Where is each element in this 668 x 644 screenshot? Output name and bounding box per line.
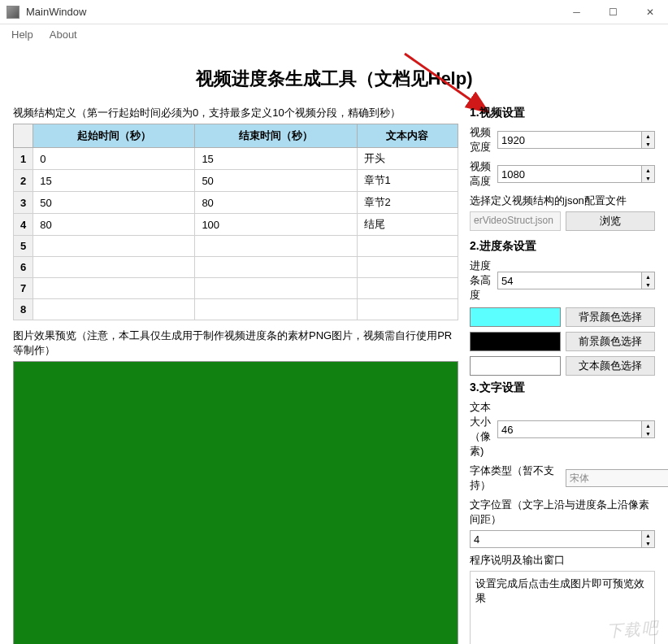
text-size-label: 文本大小（像素) (470, 400, 492, 459)
cell-start[interactable] (33, 257, 195, 278)
row-number: 2 (14, 170, 33, 192)
spin-up-icon: ▲ (642, 132, 654, 140)
cell-start[interactable]: 15 (33, 170, 195, 192)
spin-up-icon: ▲ (642, 421, 654, 429)
video-width-label: 视频宽度 (470, 125, 492, 154)
spin-down-icon: ▼ (642, 429, 654, 437)
cell-text[interactable]: 章节1 (357, 170, 458, 192)
cell-end[interactable] (195, 299, 357, 320)
json-file-label: 选择定义视频结构的json配置文件 (470, 194, 655, 208)
video-height-input[interactable]: ▲▼ (497, 165, 655, 183)
minimize-button[interactable]: ─ (558, 0, 595, 24)
cell-end[interactable]: 15 (195, 148, 357, 170)
cell-text[interactable]: 结尾 (357, 214, 458, 236)
header-start: 起始时间（秒） (33, 124, 195, 148)
spin-down-icon: ▼ (642, 174, 654, 182)
video-height-label: 视频高度 (470, 159, 492, 189)
row-number: 6 (14, 257, 33, 278)
row-number: 5 (14, 236, 33, 257)
row-number: 4 (14, 214, 33, 236)
close-button[interactable]: ✕ (631, 0, 668, 24)
cell-start[interactable]: 50 (33, 192, 195, 214)
text-color-swatch[interactable] (470, 356, 561, 376)
fg-color-swatch[interactable] (470, 332, 561, 351)
bar-height-label: 进度条高度 (470, 259, 492, 302)
cell-end[interactable]: 80 (195, 192, 357, 214)
table-description: 视频结构定义（第一行起始时间必须为0，支持最多定义10个视频分段，精确到秒） (13, 106, 458, 120)
browse-button[interactable]: 浏览 (566, 211, 655, 231)
table-row: 480100结尾 (14, 214, 458, 236)
cell-start[interactable] (33, 278, 195, 299)
table-row: 5 (14, 236, 458, 257)
font-type-select[interactable]: ▼ (566, 469, 655, 487)
window-title: MainWindow (26, 6, 558, 18)
cell-end[interactable]: 50 (195, 170, 357, 192)
text-position-input[interactable]: ▲▼ (470, 530, 655, 548)
text-color-button[interactable]: 文本颜色选择 (566, 356, 655, 376)
cell-text[interactable] (357, 236, 458, 257)
header-end: 结束时间（秒） (195, 124, 357, 148)
table-row: 35080章节2 (14, 192, 458, 214)
row-number: 7 (14, 278, 33, 299)
spin-down-icon: ▼ (642, 140, 654, 148)
page-title: 视频进度条生成工具（文档见Help) (13, 67, 655, 91)
table-row: 21550章节1 (14, 170, 458, 192)
cell-end[interactable] (195, 236, 357, 257)
section-2-title: 2.进度条设置 (470, 239, 655, 254)
video-width-input[interactable]: ▲▼ (497, 131, 655, 149)
text-size-input[interactable]: ▲▼ (497, 420, 655, 438)
bg-color-swatch[interactable] (470, 307, 561, 327)
menu-help[interactable]: Help (3, 27, 41, 42)
header-text: 文本内容 (357, 124, 458, 148)
preview-canvas (13, 361, 458, 644)
table-row: 1015开头 (14, 148, 458, 170)
spin-down-icon: ▼ (642, 539, 654, 547)
cell-text[interactable]: 章节2 (357, 192, 458, 214)
table-row: 7 (14, 278, 458, 299)
spin-up-icon: ▲ (642, 531, 654, 539)
cell-text[interactable] (357, 278, 458, 299)
cell-start[interactable]: 80 (33, 214, 195, 236)
watermark: 下载吧 (605, 617, 661, 643)
menubar: Help About (0, 24, 668, 44)
spin-up-icon: ▲ (642, 166, 654, 174)
cell-start[interactable] (33, 299, 195, 320)
titlebar: MainWindow ─ ☐ ✕ (0, 0, 668, 24)
font-type-label: 字体类型（暂不支持） (470, 463, 561, 493)
app-icon (7, 6, 20, 19)
fg-color-button[interactable]: 前景颜色选择 (566, 332, 655, 351)
header-rownum (14, 124, 33, 148)
section-3-title: 3.文字设置 (470, 381, 655, 395)
spin-down-icon: ▼ (642, 281, 654, 289)
section-1-title: 1.视频设置 (470, 106, 655, 120)
cell-text[interactable] (357, 257, 458, 278)
cell-start[interactable] (33, 236, 195, 257)
table-row: 8 (14, 299, 458, 320)
cell-text[interactable]: 开头 (357, 148, 458, 170)
maximize-button[interactable]: ☐ (595, 0, 631, 24)
row-number: 3 (14, 192, 33, 214)
video-struct-table: 起始时间（秒） 结束时间（秒） 文本内容 1015开头21550章节135080… (13, 124, 458, 320)
menu-about[interactable]: About (41, 27, 85, 42)
bar-height-input[interactable]: ▲▼ (497, 272, 655, 289)
text-position-label: 文字位置（文字上沿与进度条上沿像素间距） (470, 498, 655, 527)
json-file-display: erVideoStruct.json (470, 211, 561, 231)
row-number: 8 (14, 299, 33, 320)
cell-text[interactable] (357, 299, 458, 320)
cell-start[interactable]: 0 (33, 148, 195, 170)
bg-color-button[interactable]: 背景颜色选择 (566, 307, 655, 327)
cell-end[interactable] (195, 278, 357, 299)
cell-end[interactable]: 100 (195, 214, 357, 236)
spin-up-icon: ▲ (642, 272, 654, 281)
cell-end[interactable] (195, 257, 357, 278)
table-row: 6 (14, 257, 458, 278)
row-number: 1 (14, 148, 33, 170)
preview-description: 图片效果预览（注意，本工具仅生成用于制作视频进度条的素材PNG图片，视频需自行使… (13, 329, 458, 358)
log-label: 程序说明及输出窗口 (470, 553, 655, 568)
